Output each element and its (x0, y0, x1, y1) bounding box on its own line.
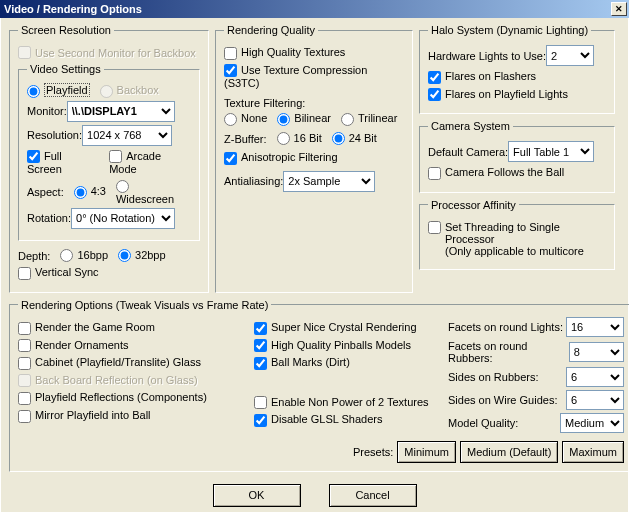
tf-none-label[interactable]: None (224, 112, 267, 126)
playfield-radio[interactable] (27, 85, 40, 98)
texture-filtering-label: Texture Filtering: (224, 97, 404, 109)
processor-note: (Only applicable to multicore (445, 245, 606, 257)
non-power2-checkbox[interactable] (254, 396, 267, 409)
hq-pinballs-label[interactable]: High Quality Pinballs Models (254, 339, 411, 353)
sides-wire-select[interactable]: 6 (566, 390, 624, 410)
resolution-select[interactable]: 1024 x 768 (82, 125, 172, 146)
aniso-label[interactable]: Anisotropic Filtering (224, 151, 338, 165)
hq-textures-checkbox[interactable] (224, 47, 237, 60)
monitor-select[interactable]: \\.\DISPLAY1 (67, 101, 175, 122)
disable-glsl-label[interactable]: Disable GLSL Shaders (254, 413, 383, 427)
non-power2-label[interactable]: Enable Non Power of 2 Textures (254, 396, 429, 410)
set-threading-checkbox[interactable] (428, 221, 441, 234)
backboard-checkbox (18, 374, 31, 387)
rendering-options-group: Rendering Options (Tweak Visuals vs Fram… (9, 299, 629, 472)
rotation-label: Rotation: (27, 212, 71, 224)
depth-32-radio[interactable] (118, 249, 131, 262)
facets-lights-label: Facets on round Lights: (448, 321, 563, 333)
mirror-playfield-checkbox[interactable] (18, 410, 31, 423)
depth-32-label[interactable]: 32bpp (118, 249, 166, 263)
depth-label: Depth: (18, 250, 50, 262)
hq-textures-label[interactable]: High Quality Textures (224, 46, 345, 60)
ok-button[interactable]: OK (213, 484, 301, 507)
aspect-wide-label[interactable]: Widescreen (116, 179, 191, 205)
close-icon[interactable]: ✕ (611, 2, 627, 16)
crystal-label[interactable]: Super Nice Crystal Rendering (254, 321, 417, 335)
full-screen-checkbox[interactable] (27, 150, 40, 163)
model-quality-label: Model Quality: (448, 417, 518, 429)
game-room-checkbox[interactable] (18, 322, 31, 335)
resolution-label: Resolution: (27, 129, 82, 141)
aa-select[interactable]: 2x Sample (283, 171, 375, 192)
preset-minimum-button[interactable]: Minimum (397, 441, 456, 463)
sides-rubbers-select[interactable]: 6 (566, 367, 624, 387)
tf-bilinear-radio[interactable] (277, 113, 290, 126)
playfield-radio-label[interactable]: Playfield (27, 84, 90, 98)
aspect-43-radio[interactable] (74, 186, 87, 199)
hq-pinballs-checkbox[interactable] (254, 339, 267, 352)
zb-24-radio[interactable] (332, 132, 345, 145)
zb-24-label[interactable]: 24 Bit (332, 132, 377, 146)
crystal-checkbox[interactable] (254, 322, 267, 335)
rotation-select[interactable]: 0° (No Rotation) (71, 208, 175, 229)
game-room-label[interactable]: Render the Game Room (18, 321, 155, 335)
arcade-mode-label[interactable]: Arcade Mode (109, 150, 191, 176)
vsync-label[interactable]: Vertical Sync (18, 266, 99, 280)
ball-marks-label[interactable]: Ball Marks (Dirt) (254, 356, 350, 370)
preset-maximum-button[interactable]: Maximum (562, 441, 624, 463)
camera-legend: Camera System (428, 120, 513, 132)
hw-lights-select[interactable]: 2 (546, 45, 594, 66)
cancel-button[interactable]: Cancel (329, 484, 417, 507)
camera-follows-label[interactable]: Camera Follows the Ball (428, 166, 564, 180)
camera-follows-checkbox[interactable] (428, 167, 441, 180)
backbox-radio (100, 85, 113, 98)
presets-label: Presets: (353, 446, 393, 458)
full-screen-label[interactable]: Full Screen (27, 150, 99, 176)
sides-wire-label: Sides on Wire Guides: (448, 394, 557, 406)
title-bar: Video / Rendering Options ✕ (0, 0, 629, 18)
halo-legend: Halo System (Dynamic Lighting) (428, 24, 591, 36)
processor-legend: Processor Affinity (428, 199, 519, 211)
flares-playfield-checkbox[interactable] (428, 88, 441, 101)
cabinet-checkbox[interactable] (18, 357, 31, 370)
ornaments-checkbox[interactable] (18, 339, 31, 352)
default-camera-select[interactable]: Full Table 1 (508, 141, 594, 162)
facets-rubbers-select[interactable]: 8 (569, 342, 624, 362)
tf-none-radio[interactable] (224, 113, 237, 126)
model-quality-select[interactable]: Medium (560, 413, 624, 433)
preset-medium-button[interactable]: Medium (Default) (460, 441, 558, 463)
aspect-43-label[interactable]: 4:3 (74, 185, 106, 199)
disable-glsl-checkbox[interactable] (254, 414, 267, 427)
zb-16-label[interactable]: 16 Bit (277, 132, 322, 146)
playfield-reflections-checkbox[interactable] (18, 392, 31, 405)
playfield-reflections-label[interactable]: Playfield Reflections (Components) (18, 391, 207, 405)
ornaments-label[interactable]: Render Ornaments (18, 339, 129, 353)
vsync-checkbox[interactable] (18, 267, 31, 280)
camera-group: Camera System Default Camera: Full Table… (419, 120, 615, 193)
default-camera-label: Default Camera: (428, 146, 508, 158)
use-second-monitor-label: Use Second Monitor for Backbox (35, 47, 196, 59)
backboard-label: Back Board Reflection (on Glass) (18, 374, 198, 388)
mirror-playfield-label[interactable]: Mirror Playfield into Ball (18, 409, 151, 423)
aniso-checkbox[interactable] (224, 152, 237, 165)
depth-16-label[interactable]: 16bpp (60, 249, 108, 263)
arcade-mode-checkbox[interactable] (109, 150, 122, 163)
depth-16-radio[interactable] (60, 249, 73, 262)
texture-compression-label[interactable]: Use Texture Compression (S3TC) (224, 64, 404, 90)
ball-marks-checkbox[interactable] (254, 357, 267, 370)
sides-rubbers-label: Sides on Rubbers: (448, 371, 539, 383)
cabinet-label[interactable]: Cabinet (Playfield/Translite) Glass (18, 356, 201, 370)
tf-trilinear-radio[interactable] (341, 113, 354, 126)
flares-playfield-label[interactable]: Flares on Playfield Lights (428, 88, 568, 102)
flares-flashers-checkbox[interactable] (428, 71, 441, 84)
use-second-monitor-checkbox (18, 46, 31, 59)
facets-lights-select[interactable]: 16 (566, 317, 624, 337)
aspect-wide-radio[interactable] (116, 180, 129, 193)
window-title: Video / Rendering Options (4, 3, 142, 15)
tf-bilinear-label[interactable]: Bilinear (277, 112, 331, 126)
processor-group: Processor Affinity Set Threading to Sing… (419, 199, 615, 270)
zb-16-radio[interactable] (277, 132, 290, 145)
tf-trilinear-label[interactable]: Trilinear (341, 112, 397, 126)
flares-flashers-label[interactable]: Flares on Flashers (428, 70, 536, 84)
texture-compression-checkbox[interactable] (224, 64, 237, 77)
